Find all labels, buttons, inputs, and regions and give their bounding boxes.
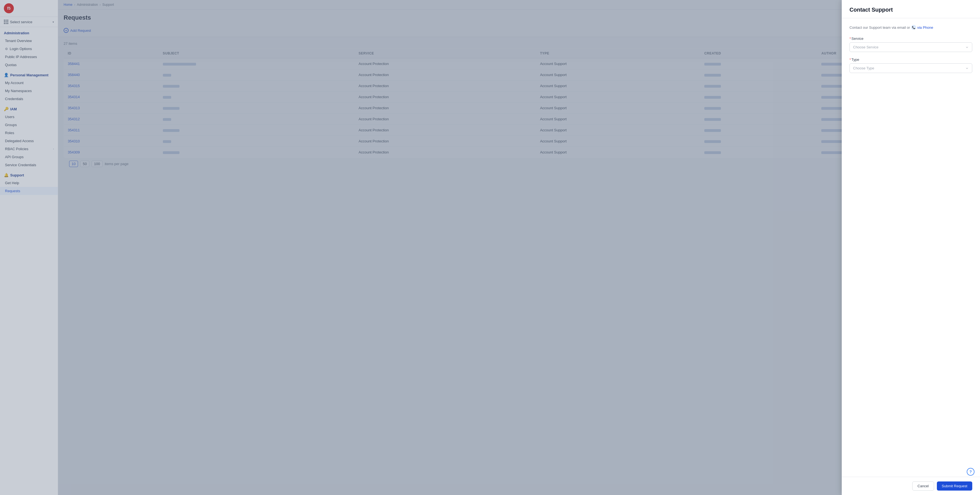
modal-overlay: Contact Support Contact our Support team… <box>0 0 980 495</box>
type-select[interactable]: Choose Type <box>850 63 972 73</box>
contact-support-modal: Contact Support Contact our Support team… <box>842 0 980 495</box>
phone-link[interactable]: 📞 via Phone <box>911 25 933 30</box>
contact-info: Contact our Support team via email or 📞 … <box>850 25 972 30</box>
submit-request-button[interactable]: Submit Request <box>937 481 972 490</box>
help-icon[interactable]: ? <box>967 468 974 476</box>
service-required-star: * <box>850 37 851 41</box>
service-label-text: Service <box>851 37 863 41</box>
phone-icon: 📞 <box>911 25 916 30</box>
service-select[interactable]: Choose Service <box>850 42 972 52</box>
contact-text: Contact our Support team via email or <box>850 25 910 30</box>
type-label: * Type <box>850 57 972 62</box>
service-label: * Service <box>850 37 972 41</box>
type-label-text: Type <box>851 57 859 62</box>
service-field: * Service Choose Service <box>850 37 972 52</box>
modal-footer: Cancel Submit Request <box>842 477 980 495</box>
modal-header: Contact Support <box>842 0 980 18</box>
cancel-button[interactable]: Cancel <box>912 481 934 490</box>
modal-body: Contact our Support team via email or 📞 … <box>842 18 980 477</box>
phone-link-label: via Phone <box>917 25 933 30</box>
type-required-star: * <box>850 57 851 62</box>
modal-title: Contact Support <box>850 6 972 13</box>
type-field: * Type Choose Type <box>850 57 972 73</box>
